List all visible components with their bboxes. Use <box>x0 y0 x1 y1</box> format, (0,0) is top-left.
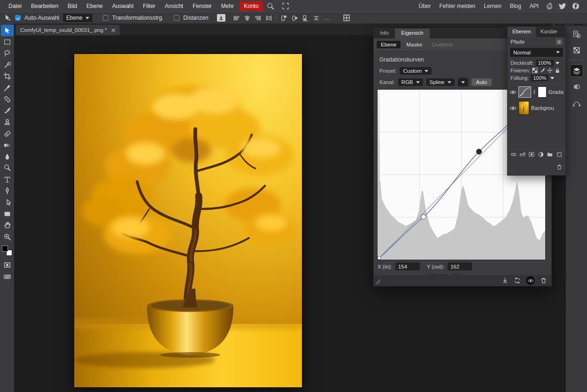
tool-heal[interactable] <box>1 93 14 105</box>
auto-button[interactable]: Auto <box>471 78 492 86</box>
tool-magic-wand[interactable] <box>1 59 14 70</box>
tool-blur[interactable] <box>1 151 14 162</box>
tool-marquee[interactable] <box>1 36 14 47</box>
tool-keyboard-shortcuts[interactable] <box>1 271 14 282</box>
interpolation-dropdown[interactable]: Spline <box>426 78 455 86</box>
align-center-h-icon[interactable] <box>244 15 251 22</box>
visibility-toggle[interactable] <box>526 276 535 285</box>
distances-option[interactable]: Distanzen <box>174 15 208 21</box>
transform-controls-checkbox[interactable] <box>103 15 108 21</box>
mode-tab-ebene[interactable]: Ebene <box>377 41 401 48</box>
menu-blog[interactable]: Blog <box>506 3 525 9</box>
anchor-down-icon[interactable] <box>502 277 509 284</box>
tab-ebenen[interactable]: Ebenen <box>508 27 536 37</box>
tab-pfade[interactable]: Pfade <box>510 39 525 45</box>
chevron-down-icon[interactable] <box>550 77 554 79</box>
curves-panel-icon[interactable] <box>571 97 583 108</box>
layer-effects-button[interactable]: eff <box>520 152 525 157</box>
lock-position-icon[interactable] <box>547 68 553 73</box>
menu-konto[interactable]: Konto <box>239 1 263 11</box>
auto-select-target-dropdown[interactable]: Ebene <box>63 14 93 22</box>
align-left-icon[interactable] <box>233 15 240 22</box>
tab-info[interactable]: Info <box>374 29 395 38</box>
align-top-icon[interactable] <box>280 15 287 22</box>
fullscreen-icon[interactable] <box>278 2 293 10</box>
curves-adjustment-thumbnail[interactable] <box>518 86 531 98</box>
facebook-icon[interactable] <box>569 2 582 10</box>
layers-panel-icon[interactable] <box>571 65 583 77</box>
y-out-input[interactable] <box>448 262 472 270</box>
fill-value[interactable]: 100% <box>531 75 548 81</box>
tool-path-select[interactable] <box>1 197 14 208</box>
tool-move[interactable] <box>1 25 14 36</box>
tab-eigenschaften[interactable]: Eigensch <box>395 29 429 38</box>
mode-tab-maske[interactable]: Maske <box>402 41 426 48</box>
add-mask-icon[interactable] <box>528 151 535 158</box>
tool-shape[interactable] <box>1 208 14 219</box>
delete-icon[interactable] <box>540 277 547 284</box>
tool-zoom[interactable] <box>1 231 14 242</box>
eye-icon[interactable] <box>510 90 517 95</box>
menu-ansicht[interactable]: Ansicht <box>160 3 188 9</box>
align-bottom-icon[interactable] <box>302 15 309 22</box>
menu-datei[interactable]: Datei <box>4 3 26 9</box>
color-swatches[interactable] <box>1 245 13 256</box>
tool-hand[interactable] <box>1 220 14 231</box>
channel-dropdown[interactable]: RGB <box>398 78 423 86</box>
tool-clone-stamp[interactable] <box>1 116 14 128</box>
align-right-icon[interactable] <box>255 15 262 22</box>
layer-row-curves[interactable]: Gradatio <box>508 84 565 100</box>
more-options[interactable]: ... <box>324 15 332 21</box>
tool-eyedropper[interactable] <box>1 82 14 93</box>
auto-select-option[interactable]: Auto-Auswahl <box>15 15 59 21</box>
tool-quick-mask[interactable] <box>1 259 14 270</box>
x-in-input[interactable] <box>395 262 420 270</box>
tool-gradient[interactable] <box>1 139 14 151</box>
twitter-icon[interactable] <box>556 2 569 10</box>
link-layers-icon[interactable] <box>510 151 517 158</box>
chevron-down-icon[interactable] <box>556 62 559 64</box>
opacity-value[interactable]: 100% <box>536 60 554 66</box>
new-folder-icon[interactable] <box>547 151 553 158</box>
tool-pen[interactable] <box>1 185 14 196</box>
menu-bearbeiten[interactable]: Bearbeiten <box>26 3 63 9</box>
align-middle-icon[interactable] <box>291 15 298 22</box>
export-icon[interactable] <box>217 14 225 22</box>
document-image[interactable] <box>74 54 302 387</box>
close-icon[interactable] <box>111 28 116 32</box>
mask-link-icon[interactable] <box>533 89 536 95</box>
menu-fenster[interactable]: Fenster <box>188 3 216 9</box>
distances-checkbox[interactable] <box>174 15 179 21</box>
tool-type[interactable] <box>1 174 14 185</box>
menu-api[interactable]: API <box>525 3 543 9</box>
foreground-color-swatch[interactable] <box>2 246 8 252</box>
menu-ueber[interactable]: Über <box>415 3 435 9</box>
menu-auswahl[interactable]: Auswahl <box>108 3 138 9</box>
new-layer-icon[interactable] <box>556 151 563 158</box>
history-panel-icon[interactable] <box>571 28 583 40</box>
grid-view-icon[interactable] <box>343 14 350 22</box>
eye-icon[interactable] <box>510 106 517 111</box>
curve-style-button[interactable] <box>458 78 468 86</box>
lock-transparency-icon[interactable] <box>532 68 538 73</box>
panel-menu-icon[interactable] <box>556 38 563 45</box>
adjustments-panel-icon[interactable] <box>571 81 583 92</box>
menu-fehler-melden[interactable]: Fehler melden <box>435 3 480 9</box>
distribute-v-icon[interactable] <box>313 15 320 22</box>
swatches-panel-icon[interactable] <box>571 44 583 56</box>
tab-kanaele[interactable]: Kanäle <box>536 27 562 37</box>
tool-brush[interactable] <box>1 105 14 116</box>
delete-layer-icon[interactable] <box>556 164 563 170</box>
tool-lasso[interactable] <box>1 48 14 59</box>
distribute-h-icon[interactable] <box>265 15 272 22</box>
menu-bild[interactable]: Bild <box>63 3 82 9</box>
tool-crop[interactable] <box>1 71 14 82</box>
menu-lernen[interactable]: Lernen <box>479 3 505 9</box>
tool-eraser[interactable] <box>1 128 14 139</box>
lock-all-icon[interactable] <box>555 68 560 73</box>
resize-grip[interactable] <box>375 279 381 284</box>
layer-row-background[interactable]: Backgrou <box>508 100 565 116</box>
layer-mask-thumbnail[interactable] <box>538 86 547 98</box>
lock-pixels-icon[interactable] <box>540 68 545 73</box>
document-tab[interactable]: ComfyUI_temp_xxuld_00031_.png * <box>16 25 120 35</box>
